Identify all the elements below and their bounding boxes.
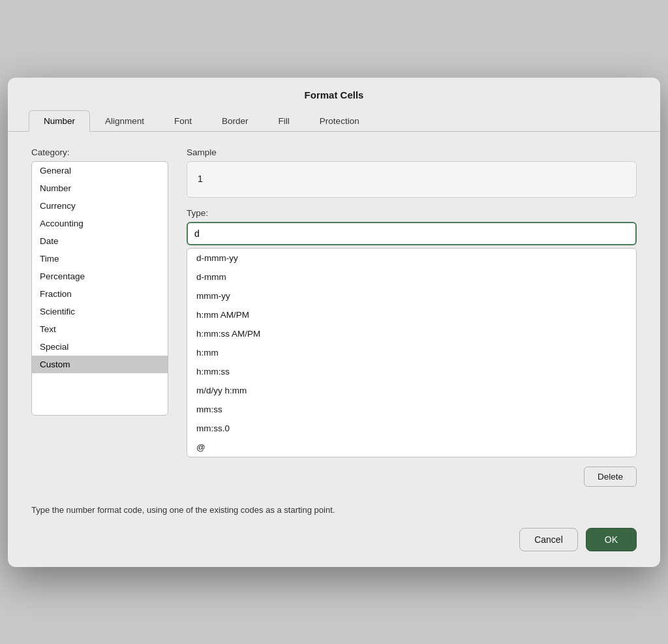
- tab-alignment[interactable]: Alignment: [90, 110, 159, 132]
- category-list: General Number Currency Accounting Date …: [31, 161, 168, 416]
- category-item-date[interactable]: Date: [32, 232, 168, 250]
- format-item-3[interactable]: h:mm AM/PM: [187, 305, 636, 324]
- format-item-10[interactable]: @: [187, 438, 636, 457]
- tab-fill[interactable]: Fill: [264, 110, 305, 132]
- tab-content: Category: General Number Currency Accoun…: [8, 142, 660, 492]
- category-item-text[interactable]: Text: [32, 320, 168, 338]
- right-panel: Sample 1 Type: d-mmm-yy d-mmm mmm-yy h:m…: [187, 147, 637, 487]
- category-item-scientific[interactable]: Scientific: [32, 303, 168, 320]
- type-input[interactable]: [187, 222, 637, 245]
- delete-button[interactable]: Delete: [584, 467, 637, 487]
- category-item-time[interactable]: Time: [32, 250, 168, 268]
- format-item-8[interactable]: mm:ss: [187, 400, 636, 419]
- footer: Cancel OK: [8, 523, 660, 551]
- format-item-2[interactable]: mmm-yy: [187, 286, 636, 305]
- tab-number[interactable]: Number: [29, 110, 90, 132]
- sample-value: 1: [187, 161, 637, 198]
- format-item-5[interactable]: h:mm: [187, 343, 636, 362]
- tab-protection[interactable]: Protection: [305, 110, 374, 132]
- category-item-custom[interactable]: Custom: [32, 356, 168, 373]
- hint-text: Type the number format code, using one o…: [8, 492, 660, 523]
- category-item-fraction[interactable]: Fraction: [32, 285, 168, 303]
- dialog-title: Format Cells: [8, 78, 660, 110]
- category-label: Category:: [31, 147, 168, 157]
- category-item-number[interactable]: Number: [32, 179, 168, 197]
- category-item-currency[interactable]: Currency: [32, 197, 168, 215]
- format-item-4[interactable]: h:mm:ss AM/PM: [187, 324, 636, 343]
- category-item-general[interactable]: General: [32, 162, 168, 179]
- body-layout: Category: General Number Currency Accoun…: [31, 147, 637, 487]
- tab-bar: Number Alignment Font Border Fill Protec…: [8, 110, 660, 132]
- category-item-special[interactable]: Special: [32, 338, 168, 356]
- sample-label: Sample: [187, 147, 637, 157]
- category-item-percentage[interactable]: Percentage: [32, 268, 168, 285]
- format-dropdown-list: d-mmm-yy d-mmm mmm-yy h:mm AM/PM h:mm:ss…: [187, 248, 637, 457]
- tab-font[interactable]: Font: [159, 110, 207, 132]
- format-item-1[interactable]: d-mmm: [187, 268, 636, 286]
- category-item-accounting[interactable]: Accounting: [32, 215, 168, 232]
- format-cells-dialog: Format Cells Number Alignment Font Borde…: [8, 78, 660, 567]
- ok-button[interactable]: OK: [586, 528, 637, 551]
- format-item-7[interactable]: m/d/yy h:mm: [187, 381, 636, 400]
- type-label: Type:: [187, 208, 637, 218]
- format-item-6[interactable]: h:mm:ss: [187, 362, 636, 381]
- category-panel: Category: General Number Currency Accoun…: [31, 147, 168, 487]
- tab-border[interactable]: Border: [207, 110, 264, 132]
- format-item-0[interactable]: d-mmm-yy: [187, 249, 636, 268]
- delete-row: Delete: [187, 467, 637, 487]
- format-item-9[interactable]: mm:ss.0: [187, 419, 636, 438]
- cancel-button[interactable]: Cancel: [519, 528, 578, 551]
